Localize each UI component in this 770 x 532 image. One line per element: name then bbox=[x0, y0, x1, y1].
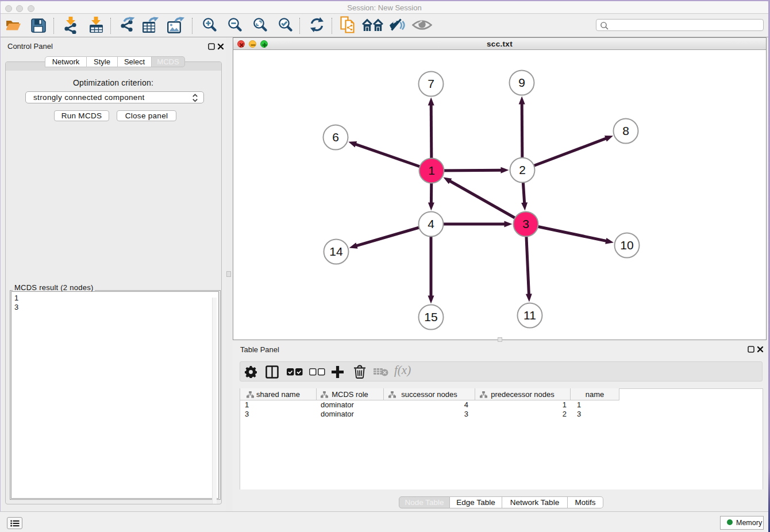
svg-text:10: 10 bbox=[620, 238, 633, 252]
svg-text:2: 2 bbox=[519, 163, 526, 176]
svg-text:9: 9 bbox=[518, 76, 525, 89]
svg-text:4: 4 bbox=[428, 217, 434, 230]
svg-text:6: 6 bbox=[332, 130, 339, 144]
svg-text:11: 11 bbox=[523, 309, 536, 322]
svg-text:15: 15 bbox=[424, 310, 437, 323]
svg-text:8: 8 bbox=[622, 124, 629, 137]
svg-text:7: 7 bbox=[428, 77, 434, 90]
svg-text:14: 14 bbox=[329, 245, 343, 258]
svg-text:1: 1 bbox=[428, 164, 435, 177]
svg-text:3: 3 bbox=[522, 217, 529, 230]
